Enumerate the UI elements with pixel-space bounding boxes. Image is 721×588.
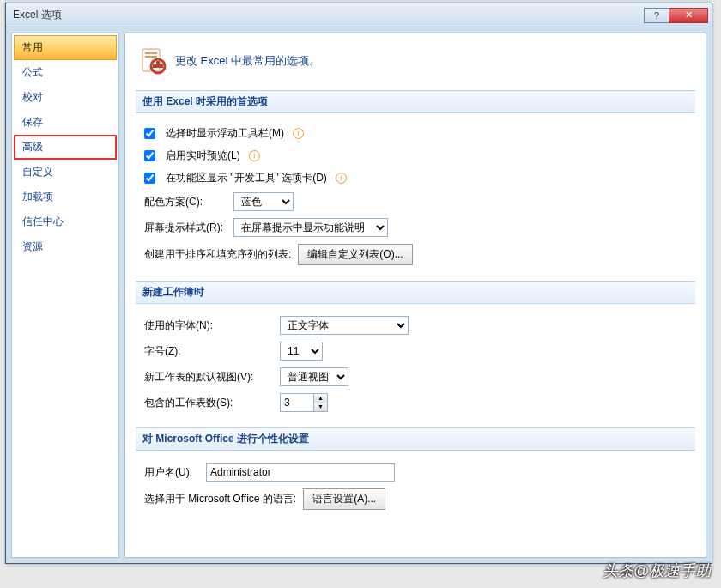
label-minibar: 选择时显示浮动工具栏(M) [166,126,284,141]
label-username: 用户名(U): [144,465,199,480]
label-fontsize: 字号(Z): [144,344,273,359]
select-fontsize[interactable]: 11 [280,342,323,361]
window-title: Excel 选项 [13,8,645,22]
label-devtab: 在功能区显示 "开发工具" 选项卡(D) [166,171,327,185]
svg-rect-5 [153,64,163,68]
help-button[interactable]: ? [644,8,670,23]
sidebar-item-customize[interactable]: 自定义 [14,160,117,185]
language-settings-button[interactable]: 语言设置(A)... [303,488,385,510]
edit-custom-lists-button[interactable]: 编辑自定义列表(O)... [298,244,412,265]
input-username[interactable] [206,463,395,482]
sidebar-item-popular[interactable]: 常用 [14,35,117,60]
spin-down[interactable]: ▼ [314,403,327,411]
group-personalize: 对 Microsoft Office 进行个性化设置 用户名(U): 选择用于 … [136,427,695,513]
checkbox-devtab[interactable] [144,173,155,184]
sidebar-item-trustcenter[interactable]: 信任中心 [14,209,117,234]
select-defaultview[interactable]: 普通视图 [280,367,348,386]
select-font[interactable]: 正文字体 [280,316,409,335]
select-tooltipstyle[interactable]: 在屏幕提示中显示功能说明 [233,218,388,237]
titlebar[interactable]: Excel 选项 ? ✕ [6,3,712,27]
sidebar-item-save[interactable]: 保存 [14,110,117,135]
group-header-personalize: 对 Microsoft Office 进行个性化设置 [136,427,695,451]
group-newbook: 新建工作簿时 使用的字体(N): 正文字体 字号(Z): 11 新工作表的默认视… [136,281,695,415]
checkbox-livepreview[interactable] [144,150,155,161]
banner: 更改 Excel 中最常用的选项。 [136,42,695,87]
svg-rect-1 [145,52,157,54]
banner-text: 更改 Excel 中最常用的选项。 [175,53,320,69]
options-dialog: Excel 选项 ? ✕ 常用 公式 校对 保存 高级 自定义 加载项 信任中心… [5,3,712,564]
input-sheetcount[interactable] [280,393,314,412]
checkbox-minibar[interactable] [144,128,155,139]
sidebar: 常用 公式 校对 保存 高级 自定义 加载项 信任中心 资源 [11,33,119,558]
label-tooltipstyle: 屏幕提示样式(R): [144,221,227,235]
label-colorscheme: 配色方案(C): [144,195,227,209]
sidebar-item-advanced[interactable]: 高级 [14,135,117,160]
options-icon [139,47,167,75]
sidebar-item-addins[interactable]: 加载项 [14,185,117,209]
info-icon[interactable]: i [249,150,260,161]
group-header-newbook: 新建工作簿时 [136,281,695,304]
info-icon[interactable]: i [293,128,304,139]
select-colorscheme[interactable]: 蓝色 [233,192,294,211]
group-popular: 使用 Excel 时采用的首选项 选择时显示浮动工具栏(M) i 启用实时预览(… [136,90,695,269]
spinner-sheetcount[interactable]: ▲▼ [280,393,328,412]
close-button[interactable]: ✕ [669,8,708,23]
sidebar-item-formulas[interactable]: 公式 [14,60,117,85]
info-icon[interactable]: i [336,173,347,184]
label-font: 使用的字体(N): [144,318,273,333]
label-customlists: 创建用于排序和填充序列的列表: [144,247,291,262]
main-panel: 更改 Excel 中最常用的选项。 使用 Excel 时采用的首选项 选择时显示… [124,33,706,558]
sidebar-item-resources[interactable]: 资源 [14,234,117,259]
sidebar-item-proofing[interactable]: 校对 [14,85,117,110]
label-defaultview: 新工作表的默认视图(V): [144,370,273,385]
label-sheetcount: 包含的工作表数(S): [144,396,273,410]
spin-up[interactable]: ▲ [314,394,327,403]
label-livepreview: 启用实时预览(L) [166,149,240,163]
svg-rect-2 [145,56,157,58]
label-language: 选择用于 Microsoft Office 的语言: [144,492,296,506]
group-header-popular: 使用 Excel 时采用的首选项 [136,90,695,113]
